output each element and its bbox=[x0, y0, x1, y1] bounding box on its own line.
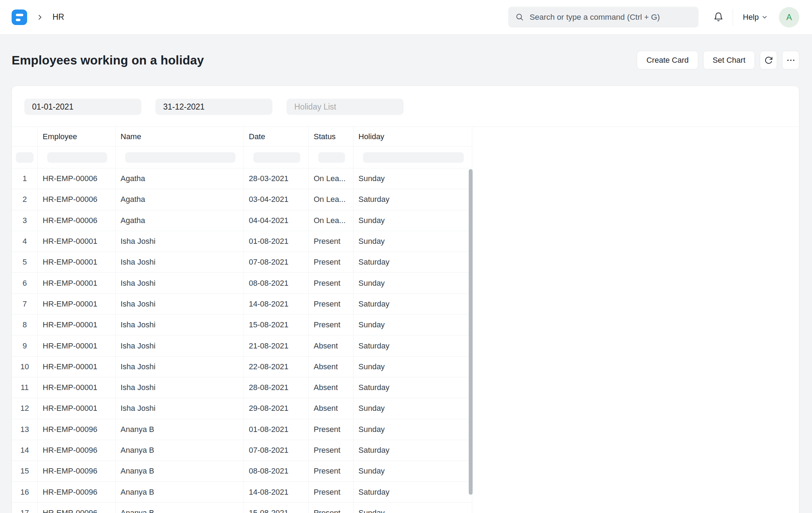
cell-holiday[interactable]: Sunday bbox=[353, 273, 472, 293]
cell-holiday[interactable]: Saturday bbox=[353, 377, 472, 398]
cell-holiday[interactable]: Sunday bbox=[353, 357, 472, 377]
cell-employee[interactable]: HR-EMP-00006 bbox=[38, 168, 116, 189]
cell-status[interactable]: On Lea... bbox=[309, 168, 353, 189]
cell-date[interactable]: 28-08-2021 bbox=[244, 377, 309, 398]
refresh-button[interactable] bbox=[760, 51, 777, 69]
to-date-input[interactable]: 31-12-2021 bbox=[155, 99, 272, 115]
table-row[interactable]: 12HR-EMP-00001Isha Joshi29-08-2021Absent… bbox=[12, 398, 473, 419]
notifications-button[interactable] bbox=[713, 12, 724, 22]
cell-holiday[interactable]: Sunday bbox=[353, 231, 472, 252]
cell-holiday[interactable]: Sunday bbox=[353, 503, 472, 513]
filter-cell-name[interactable] bbox=[116, 147, 244, 168]
cell-name[interactable]: Isha Joshi bbox=[116, 398, 244, 419]
cell-name[interactable]: Ananya B bbox=[116, 482, 244, 502]
cell-name[interactable]: Isha Joshi bbox=[116, 294, 244, 315]
cell-name[interactable]: Agatha bbox=[116, 168, 244, 189]
cell-holiday[interactable]: Sunday bbox=[353, 419, 472, 440]
cell-holiday[interactable]: Saturday bbox=[353, 440, 472, 461]
cell-employee[interactable]: HR-EMP-00096 bbox=[38, 503, 116, 513]
cell-holiday[interactable]: Sunday bbox=[353, 461, 472, 482]
table-row[interactable]: 3HR-EMP-00006Agatha04-04-2021On Lea...Su… bbox=[12, 210, 473, 231]
cell-employee[interactable]: HR-EMP-00006 bbox=[38, 210, 116, 231]
cell-date[interactable]: 29-08-2021 bbox=[244, 398, 309, 419]
help-menu[interactable]: Help bbox=[743, 13, 768, 22]
table-row[interactable]: 2HR-EMP-00006Agatha03-04-2021On Lea...Sa… bbox=[12, 189, 473, 210]
column-header-index[interactable] bbox=[12, 127, 38, 147]
cell-name[interactable]: Agatha bbox=[116, 189, 244, 210]
cell-date[interactable]: 07-08-2021 bbox=[244, 252, 309, 273]
from-date-input[interactable]: 01-01-2021 bbox=[24, 99, 141, 115]
filter-cell-date[interactable] bbox=[244, 147, 309, 168]
holiday-list-input[interactable]: Holiday List bbox=[287, 99, 404, 115]
app-logo-icon[interactable] bbox=[12, 10, 27, 25]
filter-input-skeleton[interactable] bbox=[47, 152, 107, 163]
cell-status[interactable]: Present bbox=[309, 231, 353, 252]
cell-date[interactable]: 14-08-2021 bbox=[244, 482, 309, 502]
filter-cell-index[interactable] bbox=[12, 147, 38, 168]
table-row[interactable]: 8HR-EMP-00001Isha Joshi15-08-2021Present… bbox=[12, 315, 473, 335]
cell-holiday[interactable]: Saturday bbox=[353, 189, 472, 210]
cell-status[interactable]: Present bbox=[309, 440, 353, 461]
column-header-status[interactable]: Status bbox=[309, 127, 353, 147]
cell-employee[interactable]: HR-EMP-00006 bbox=[38, 189, 116, 210]
cell-employee[interactable]: HR-EMP-00096 bbox=[38, 419, 116, 440]
cell-status[interactable]: On Lea... bbox=[309, 210, 353, 231]
cell-holiday[interactable]: Saturday bbox=[353, 335, 472, 356]
global-search-input[interactable]: Search or type a command (Ctrl + G) bbox=[508, 7, 699, 27]
cell-employee[interactable]: HR-EMP-00001 bbox=[38, 252, 116, 273]
table-row[interactable]: 7HR-EMP-00001Isha Joshi14-08-2021Present… bbox=[12, 294, 473, 315]
create-card-button[interactable]: Create Card bbox=[637, 51, 698, 69]
cell-name[interactable]: Isha Joshi bbox=[116, 273, 244, 293]
cell-holiday[interactable]: Sunday bbox=[353, 315, 472, 335]
cell-name[interactable]: Isha Joshi bbox=[116, 335, 244, 356]
cell-date[interactable]: 08-08-2021 bbox=[244, 461, 309, 482]
cell-date[interactable]: 01-08-2021 bbox=[244, 231, 309, 252]
cell-holiday[interactable]: Sunday bbox=[353, 398, 472, 419]
filter-input-skeleton[interactable] bbox=[363, 152, 464, 163]
cell-holiday[interactable]: Sunday bbox=[353, 168, 472, 189]
cell-date[interactable]: 07-08-2021 bbox=[244, 440, 309, 461]
cell-employee[interactable]: HR-EMP-00001 bbox=[38, 335, 116, 356]
table-row[interactable]: 9HR-EMP-00001Isha Joshi21-08-2021AbsentS… bbox=[12, 335, 473, 356]
column-header-holiday[interactable]: Holiday bbox=[353, 127, 472, 147]
column-header-date[interactable]: Date bbox=[244, 127, 309, 147]
cell-holiday[interactable]: Saturday bbox=[353, 252, 472, 273]
table-row[interactable]: 11HR-EMP-00001Isha Joshi28-08-2021Absent… bbox=[12, 377, 473, 398]
table-row[interactable]: 14HR-EMP-00096Ananya B07-08-2021PresentS… bbox=[12, 440, 473, 461]
set-chart-button[interactable]: Set Chart bbox=[703, 51, 755, 69]
cell-status[interactable]: On Lea... bbox=[309, 189, 353, 210]
cell-name[interactable]: Ananya B bbox=[116, 419, 244, 440]
cell-employee[interactable]: HR-EMP-00001 bbox=[38, 398, 116, 419]
table-vertical-scrollbar[interactable] bbox=[469, 169, 473, 495]
cell-holiday[interactable]: Saturday bbox=[353, 294, 472, 315]
filter-input-skeleton[interactable] bbox=[318, 152, 345, 163]
table-row[interactable]: 5HR-EMP-00001Isha Joshi07-08-2021Present… bbox=[12, 252, 473, 273]
cell-status[interactable]: Absent bbox=[309, 398, 353, 419]
cell-employee[interactable]: HR-EMP-00001 bbox=[38, 315, 116, 335]
cell-employee[interactable]: HR-EMP-00096 bbox=[38, 440, 116, 461]
cell-name[interactable]: Isha Joshi bbox=[116, 357, 244, 377]
cell-date[interactable]: 15-08-2021 bbox=[244, 503, 309, 513]
table-row[interactable]: 1HR-EMP-00006Agatha28-03-2021On Lea...Su… bbox=[12, 168, 473, 189]
cell-name[interactable]: Isha Joshi bbox=[116, 231, 244, 252]
cell-employee[interactable]: HR-EMP-00001 bbox=[38, 273, 116, 293]
table-row[interactable]: 17HR-EMP-00096Ananya B15-08-2021PresentS… bbox=[12, 503, 473, 513]
cell-status[interactable]: Present bbox=[309, 419, 353, 440]
cell-employee[interactable]: HR-EMP-00001 bbox=[38, 357, 116, 377]
column-header-name[interactable]: Name bbox=[116, 127, 244, 147]
cell-status[interactable]: Present bbox=[309, 273, 353, 293]
cell-date[interactable]: 01-08-2021 bbox=[244, 419, 309, 440]
cell-holiday[interactable]: Sunday bbox=[353, 210, 472, 231]
cell-employee[interactable]: HR-EMP-00096 bbox=[38, 482, 116, 502]
cell-date[interactable]: 22-08-2021 bbox=[244, 357, 309, 377]
table-row[interactable]: 4HR-EMP-00001Isha Joshi01-08-2021Present… bbox=[12, 231, 473, 252]
cell-date[interactable]: 15-08-2021 bbox=[244, 315, 309, 335]
filter-input-skeleton[interactable] bbox=[16, 152, 33, 163]
filter-cell-employee[interactable] bbox=[38, 147, 116, 168]
cell-status[interactable]: Present bbox=[309, 294, 353, 315]
cell-status[interactable]: Absent bbox=[309, 335, 353, 356]
cell-status[interactable]: Present bbox=[309, 252, 353, 273]
breadcrumb-item-hr[interactable]: HR bbox=[53, 12, 64, 22]
column-header-employee[interactable]: Employee bbox=[38, 127, 116, 147]
cell-name[interactable]: Ananya B bbox=[116, 461, 244, 482]
